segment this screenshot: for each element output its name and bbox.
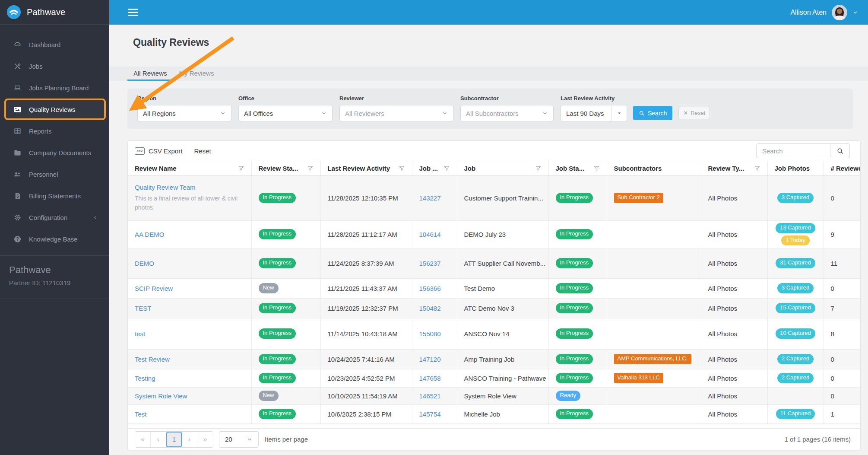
- csv-export-button[interactable]: csv CSV Export: [135, 147, 182, 155]
- job-status-badge: In Progress: [556, 373, 593, 383]
- job-number-link[interactable]: 156366: [419, 285, 441, 292]
- review-name-link[interactable]: System Role View: [135, 392, 187, 400]
- last-review-activity-select[interactable]: Last 90 Days: [561, 105, 627, 121]
- filter-field-region: Region All Regions: [137, 95, 231, 121]
- job-number-link[interactable]: 155080: [419, 330, 441, 337]
- review-name-link[interactable]: AA DEMO: [135, 231, 164, 238]
- grid-search-input[interactable]: [756, 143, 830, 158]
- column-header-reviewed[interactable]: # Reviewed: [824, 161, 860, 175]
- job-status-badge: In Progress: [556, 328, 593, 339]
- column-header-job[interactable]: Job: [457, 161, 548, 175]
- last-review-activity: 11/21/2025 11:43:37 AM: [320, 278, 412, 298]
- job-number-link[interactable]: 145754: [419, 410, 441, 418]
- office-select[interactable]: All Offices: [238, 105, 333, 121]
- column-header-review-sta[interactable]: Review Sta...: [251, 161, 320, 175]
- page-last-button[interactable]: »: [197, 432, 213, 447]
- subcontractor-select[interactable]: All Subcontractors: [460, 105, 554, 121]
- review-name-link[interactable]: Testing: [135, 375, 155, 382]
- tab-all-reviews[interactable]: All Reviews: [127, 67, 173, 81]
- review-type: All Photos: [701, 387, 767, 404]
- review-name-link[interactable]: Test Review: [135, 356, 170, 363]
- menu-icon[interactable]: [128, 9, 138, 16]
- filters-reset-button[interactable]: ✕Reset: [678, 107, 710, 119]
- filters-search-button[interactable]: Search: [633, 106, 672, 120]
- job-status-badge: In Progress: [556, 354, 593, 364]
- column-header-subcontractors[interactable]: Subcontractors: [607, 161, 701, 175]
- grid-reset-button[interactable]: Reset: [194, 147, 211, 155]
- review-name-link[interactable]: Test: [135, 410, 147, 418]
- table-row: Quality Review Team This is a final revi…: [128, 175, 860, 220]
- captured-badge: 31 Captured: [776, 258, 815, 268]
- reviewed-count: 0: [824, 387, 860, 404]
- filter-funnel-icon[interactable]: [593, 165, 600, 172]
- page-first-button[interactable]: «: [135, 432, 151, 447]
- job-number-link[interactable]: 156237: [419, 260, 441, 267]
- filter-label: Reviewer: [339, 95, 453, 102]
- sidebar-item-jobs-planning-board[interactable]: Jobs Planning Board: [0, 77, 109, 99]
- job-number-link[interactable]: 150482: [419, 305, 441, 312]
- sidebar-item-dashboard[interactable]: Dashboard: [0, 34, 109, 55]
- job-number-link[interactable]: 147120: [419, 356, 441, 363]
- chevron-down-icon: [852, 10, 858, 15]
- review-status-badge: In Progress: [259, 193, 296, 203]
- sidebar-item-quality-reviews[interactable]: Quality Reviews: [4, 99, 106, 120]
- grid-toolbar: csv CSV Export Reset: [128, 141, 860, 161]
- filter-funnel-icon[interactable]: [238, 165, 244, 172]
- sidebar-item-reports[interactable]: Reports: [0, 120, 109, 142]
- review-name-link[interactable]: TEST: [135, 305, 151, 312]
- sidebar-item-configuration[interactable]: Configuration ‹: [0, 207, 109, 228]
- sidebar-item-knowledge-base[interactable]: ? Knowledge Base: [0, 228, 109, 250]
- captured-badge: 3 Captured: [777, 193, 814, 203]
- column-header-last-review-activity[interactable]: Last Review Activity: [320, 161, 412, 175]
- review-name-link[interactable]: SCIP Review: [135, 285, 173, 292]
- review-type: All Photos: [701, 349, 767, 369]
- sidebar-item-billing-statements[interactable]: Billing Statements: [0, 185, 109, 207]
- filter-funnel-icon[interactable]: [444, 165, 450, 172]
- job-number-link[interactable]: 104614: [419, 231, 441, 238]
- filter-funnel-icon[interactable]: [754, 165, 760, 172]
- job-status-badge: In Progress: [556, 258, 593, 268]
- column-header-job[interactable]: Job ...: [412, 161, 457, 175]
- last-review-activity-dropdown-button[interactable]: [611, 105, 627, 121]
- reviewed-count: 11: [824, 248, 860, 278]
- sidebar-item-label: Jobs Planning Board: [29, 84, 89, 92]
- table-wrap: Review Name Review Sta... Last Review Ac…: [128, 161, 860, 428]
- captured-badge: 2 Captured: [777, 373, 814, 383]
- review-name-link[interactable]: test: [135, 330, 145, 337]
- column-header-review-ty[interactable]: Review Ty...: [701, 161, 767, 175]
- filter-funnel-icon[interactable]: [307, 165, 314, 172]
- page-1-button[interactable]: 1: [166, 432, 182, 447]
- review-name-link[interactable]: DEMO: [135, 260, 154, 267]
- sidebar-item-jobs[interactable]: Jobs: [0, 55, 109, 77]
- csv-icon: csv: [135, 147, 145, 155]
- job-number-link[interactable]: 146521: [419, 392, 441, 400]
- chevron-left-icon: ‹: [94, 213, 96, 222]
- page-next-button[interactable]: ›: [182, 432, 197, 447]
- sidebar: Pathwave Dashboard Jobs Jobs Planning Bo…: [0, 0, 109, 455]
- job-number-link[interactable]: 143227: [419, 194, 441, 202]
- grid-search-button[interactable]: [830, 143, 850, 158]
- region-select[interactable]: All Regions: [137, 105, 231, 121]
- sidebar-item-personnel[interactable]: Personnel: [0, 163, 109, 185]
- page-size-select[interactable]: 20: [219, 431, 259, 448]
- subcontractor-badge: Sub Contractor 2: [614, 193, 663, 203]
- column-header-job-sta[interactable]: Job Sta...: [548, 161, 607, 175]
- filter-funnel-icon[interactable]: [535, 165, 542, 172]
- tab-my-reviews[interactable]: My Reviews: [173, 67, 220, 81]
- reviews-table: Review Name Review Sta... Last Review Ac…: [128, 161, 860, 424]
- last-review-activity: 11/19/2025 12:32:37 PM: [320, 298, 412, 318]
- user-menu[interactable]: Allison Aten: [790, 5, 858, 20]
- sidebar-item-company-documents[interactable]: Company Documents: [0, 142, 109, 163]
- job-number-link[interactable]: 147658: [419, 375, 441, 382]
- reviewer-select[interactable]: All Reviewers: [339, 105, 453, 121]
- filter-funnel-icon[interactable]: [399, 165, 405, 172]
- billing-icon: [13, 191, 22, 200]
- review-name-link[interactable]: Quality Review Team: [135, 184, 196, 191]
- page-prev-button[interactable]: ‹: [151, 432, 166, 447]
- table-row: System Role View New 10/10/2025 11:54:19…: [128, 387, 860, 404]
- column-header-job-photos[interactable]: Job Photos: [767, 161, 824, 175]
- captured-badge: 15 Captured: [776, 303, 815, 313]
- image-icon: [13, 105, 22, 114]
- job-name: ATT Supplier Call Novemb...: [457, 248, 548, 278]
- column-header-review-name[interactable]: Review Name: [128, 161, 251, 175]
